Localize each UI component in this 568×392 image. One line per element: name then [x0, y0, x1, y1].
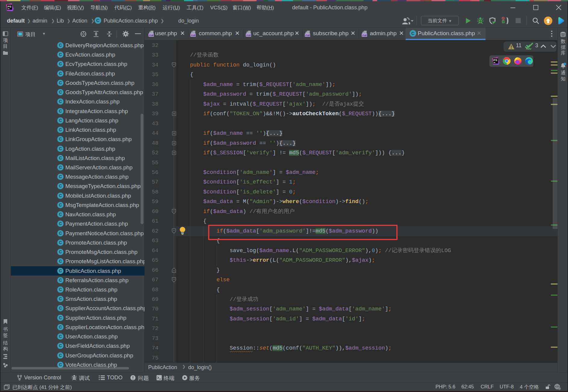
- svg-text:PS: PS: [493, 58, 497, 62]
- svg-text:PS: PS: [8, 5, 11, 8]
